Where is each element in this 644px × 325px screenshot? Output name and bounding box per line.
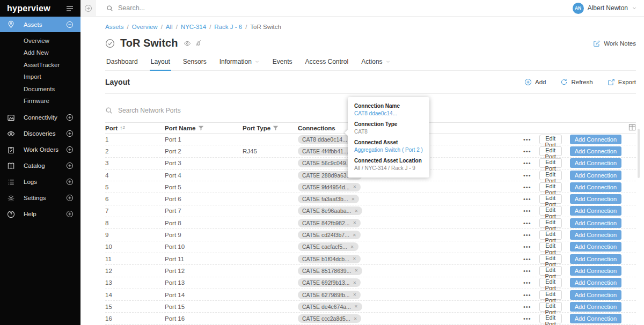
add-connection-button[interactable]: Add Connection: [570, 171, 621, 180]
remove-connection-icon[interactable]: ✕: [354, 316, 357, 321]
remove-connection-icon[interactable]: ✕: [350, 245, 354, 249]
connection-chip[interactable]: CAT5E cacfacf5...✕: [298, 242, 358, 251]
filter-icon[interactable]: [273, 125, 279, 131]
connection-chip[interactable]: CAT5E 842fb982...✕: [298, 219, 361, 227]
breadcrumb-item-all[interactable]: All: [166, 24, 173, 30]
sidebar-item-work-orders[interactable]: Work Orders: [0, 142, 80, 158]
add-connection-button[interactable]: Add Connection: [570, 290, 621, 300]
add-connection-button[interactable]: Add Connection: [570, 302, 621, 312]
connection-chip[interactable]: CAT5E 692f9b13...✕: [298, 278, 361, 287]
sidebar-item-discoveries[interactable]: Discoveries: [0, 125, 80, 142]
edit-port-button[interactable]: Edit Port: [539, 230, 562, 240]
tab-sensors[interactable]: Sensors: [182, 55, 208, 71]
plus-circle-icon[interactable]: [66, 130, 74, 137]
sidebar-item-connectivity[interactable]: Connectivity: [0, 109, 80, 125]
sidebar-collapse-button[interactable]: [80, 0, 96, 16]
remove-connection-icon[interactable]: ✕: [353, 256, 356, 261]
row-menu-button[interactable]: •••: [523, 136, 531, 143]
user-menu[interactable]: AN Albert Newton: [573, 3, 637, 14]
row-menu-button[interactable]: •••: [523, 148, 531, 154]
plus-circle-icon[interactable]: [66, 114, 74, 121]
row-menu-button[interactable]: •••: [523, 160, 531, 166]
remove-connection-icon[interactable]: ✕: [354, 304, 358, 309]
tab-events[interactable]: Events: [272, 55, 294, 71]
edit-port-button[interactable]: Edit Port: [539, 135, 562, 144]
edit-port-button[interactable]: Edit Port: [539, 146, 562, 156]
refresh-button[interactable]: Refresh: [560, 78, 592, 86]
connection-chip[interactable]: CAT5E 627989fb...✕: [298, 291, 361, 299]
tab-information[interactable]: Information: [218, 55, 261, 71]
add-connection-button[interactable]: Add Connection: [570, 254, 621, 264]
sidebar-subitem-import[interactable]: Import: [0, 71, 80, 83]
row-menu-button[interactable]: •••: [523, 256, 531, 262]
connection-chip[interactable]: CAT5E cd24f3b7...✕: [298, 231, 361, 239]
connection-chip[interactable]: CAT5E 85178639...✕: [298, 267, 362, 275]
column-settings-icon[interactable]: [628, 124, 636, 131]
tab-layout[interactable]: Layout: [150, 55, 171, 71]
add-connection-button[interactable]: Add Connection: [570, 146, 621, 156]
plus-circle-icon[interactable]: [66, 146, 74, 153]
remove-connection-icon[interactable]: ✕: [353, 220, 357, 225]
edit-port-button[interactable]: Edit Port: [539, 194, 562, 204]
plus-circle-icon[interactable]: [66, 210, 74, 218]
hamburger-menu-icon[interactable]: [66, 5, 74, 12]
add-button[interactable]: Add: [524, 78, 546, 86]
edit-port-button[interactable]: Edit Port: [539, 182, 562, 192]
edit-port-button[interactable]: Edit Port: [539, 290, 562, 300]
tab-actions[interactable]: Actions: [360, 55, 391, 71]
scrollbar-thumb[interactable]: [638, 129, 640, 178]
add-connection-button[interactable]: Add Connection: [570, 206, 621, 216]
column-header-port-type[interactable]: Port Type: [243, 125, 298, 131]
remove-connection-icon[interactable]: ✕: [354, 268, 358, 273]
edit-port-button[interactable]: Edit Port: [539, 158, 562, 168]
add-connection-button[interactable]: Add Connection: [570, 182, 621, 192]
row-menu-button[interactable]: •••: [523, 292, 531, 298]
connection-chip[interactable]: CAT5E b1f04dcb...✕: [298, 255, 361, 263]
add-connection-button[interactable]: Add Connection: [570, 158, 621, 168]
row-menu-button[interactable]: •••: [523, 208, 531, 214]
connection-chip[interactable]: CAT5E 9fd4954d...✕: [298, 183, 361, 191]
sidebar-item-help[interactable]: Help: [0, 206, 80, 222]
sidebar-item-assets[interactable]: Assets: [0, 17, 80, 32]
tab-dashboard[interactable]: Dashboard: [105, 55, 139, 71]
column-header-port-name[interactable]: Port Name: [165, 125, 243, 131]
add-connection-button[interactable]: Add Connection: [570, 230, 621, 240]
row-menu-button[interactable]: •••: [523, 268, 531, 274]
connection-chip[interactable]: CAT5E fa3aaf3b...✕: [298, 195, 359, 203]
tab-access-control[interactable]: Access Control: [304, 55, 350, 71]
sidebar-item-catalog[interactable]: Catalog: [0, 158, 80, 174]
edit-port-button[interactable]: Edit Port: [539, 242, 562, 252]
edit-port-button[interactable]: Edit Port: [539, 302, 562, 312]
add-connection-button[interactable]: Add Connection: [570, 314, 621, 323]
breadcrumb-item-nyc-314[interactable]: NYC-314: [181, 24, 206, 30]
export-button[interactable]: Export: [608, 78, 636, 86]
breadcrumb-item-overview[interactable]: Overview: [132, 24, 158, 30]
row-menu-button[interactable]: •••: [523, 220, 531, 226]
filter-icon[interactable]: [198, 125, 204, 131]
sidebar-subitem-overview[interactable]: Overview: [0, 35, 80, 47]
add-connection-button[interactable]: Add Connection: [570, 135, 621, 144]
remove-connection-icon[interactable]: ✕: [354, 209, 358, 213]
sidebar-subitem-firmware[interactable]: Firmware: [0, 95, 80, 107]
add-connection-button[interactable]: Add Connection: [570, 218, 621, 228]
work-notes-button[interactable]: Work Notes: [593, 40, 636, 47]
row-menu-button[interactable]: •••: [523, 304, 531, 310]
tooltip-value[interactable]: Aggregation Switch ( Port 2 ): [354, 146, 423, 154]
column-header-port[interactable]: Port↑2: [105, 125, 165, 131]
row-menu-button[interactable]: •••: [523, 172, 531, 179]
sidebar-item-settings[interactable]: Settings: [0, 190, 80, 206]
add-connection-button[interactable]: Add Connection: [570, 242, 621, 252]
edit-port-button[interactable]: Edit Port: [539, 278, 562, 287]
connection-chip[interactable]: CAT5E de4c674a...✕: [298, 302, 362, 311]
sidebar-subitem-documents[interactable]: Documents: [0, 83, 80, 95]
row-menu-button[interactable]: •••: [523, 184, 531, 190]
connection-chip[interactable]: CAT5E 8e96aaba...✕: [298, 206, 362, 215]
plus-circle-icon[interactable]: [66, 194, 74, 202]
edit-port-button[interactable]: Edit Port: [539, 266, 562, 276]
remove-connection-icon[interactable]: ✕: [353, 292, 357, 297]
sidebar-subitem-add-new[interactable]: Add New: [0, 47, 80, 58]
breadcrumb-item-assets[interactable]: Assets: [105, 24, 124, 30]
row-menu-button[interactable]: •••: [523, 232, 531, 238]
plus-circle-icon[interactable]: [66, 162, 74, 169]
minus-circle-icon[interactable]: [66, 21, 74, 28]
